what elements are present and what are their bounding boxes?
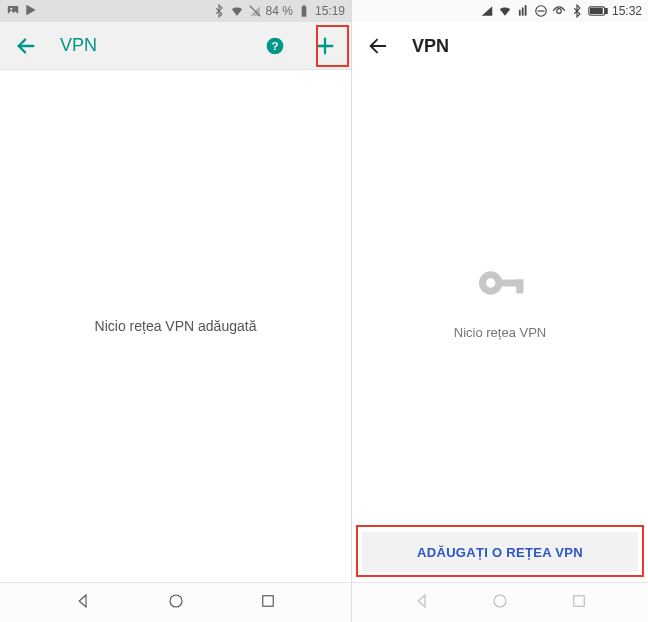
key-icon [472,255,528,315]
svg-point-23 [486,278,495,287]
svg-rect-12 [519,10,521,16]
no-sim-icon [248,4,262,18]
add-vpn-button[interactable] [309,30,341,62]
add-vpn-network-button[interactable]: ADĂUGAȚI O REȚEA VPN [362,532,638,572]
data-icon [516,4,530,18]
nav-back-icon[interactable] [74,592,92,614]
clock-label: 15:19 [315,4,345,18]
phone-right: 15:32 VPN Nicio rețea VPN ADĂUGAȚI O REȚ… [352,0,648,622]
status-bar-left: 84 % 15:19 [0,0,351,22]
svg-rect-19 [605,9,607,14]
page-title-right: VPN [412,36,449,57]
wifi-icon [498,4,512,18]
nav-bar-right [352,582,648,622]
svg-point-26 [494,595,506,607]
svg-rect-25 [516,279,523,293]
svg-point-1 [10,7,12,9]
back-button[interactable] [362,30,394,62]
dnd-icon [534,4,548,18]
nav-home-icon[interactable] [491,592,509,614]
back-button[interactable] [10,30,42,62]
page-title-left: VPN [60,35,97,56]
empty-state-right: Nicio rețea VPN [352,70,648,524]
svg-rect-27 [573,595,584,606]
svg-text:?: ? [271,39,278,52]
nav-bar-left [0,582,351,622]
app-bar-left: VPN ? [0,22,351,70]
svg-rect-20 [590,9,602,14]
empty-state-left: Nicio rețea VPN adăugată [0,70,351,582]
bluetooth-icon [570,4,584,18]
app-bar-right: VPN [352,22,648,70]
bluetooth-icon [212,4,226,18]
svg-point-17 [557,9,562,14]
clock-label: 15:32 [612,4,642,18]
play-notification-icon [24,3,38,20]
status-bar-right: 15:32 [352,0,648,22]
svg-rect-14 [525,5,527,16]
battery-icon [588,5,608,17]
nav-recent-icon[interactable] [259,592,277,614]
empty-message-right: Nicio rețea VPN [454,325,546,340]
wifi-icon [230,4,244,18]
empty-message-left: Nicio rețea VPN adăugată [95,318,257,334]
battery-pct-label: 84 % [266,4,293,18]
svg-rect-11 [263,595,274,606]
photo-notification-icon [6,3,20,20]
battery-icon [297,4,311,18]
svg-rect-4 [303,5,305,6]
svg-point-10 [170,595,182,607]
phone-left: 84 % 15:19 VPN ? Nicio rețea VPN adăugat… [0,0,352,622]
svg-rect-13 [522,8,524,16]
help-button[interactable]: ? [259,30,291,62]
nav-back-icon[interactable] [413,592,431,614]
eye-comfort-icon [552,4,566,18]
nav-home-icon[interactable] [167,592,185,614]
add-vpn-network-label: ADĂUGAȚI O REȚEA VPN [417,545,583,560]
nav-recent-icon[interactable] [570,592,588,614]
svg-rect-3 [302,6,307,16]
signal-icon [480,4,494,18]
